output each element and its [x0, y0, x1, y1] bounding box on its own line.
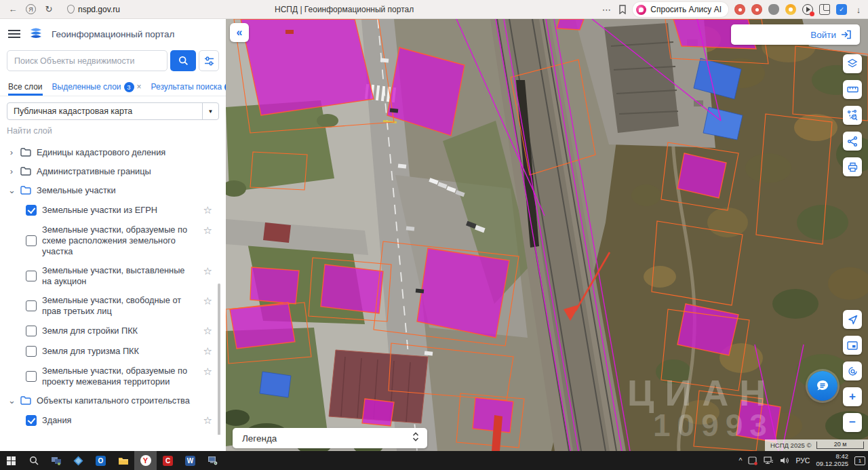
checkbox[interactable]	[26, 326, 37, 336]
tree-folder-land-parcels[interactable]: ⌄ Земельные участки	[0, 181, 216, 200]
start-button[interactable]	[0, 451, 22, 470]
checkbox-checked[interactable]	[26, 415, 37, 426]
checkbox[interactable]	[26, 235, 37, 246]
tab-search-results[interactable]: Результаты поиска 1 ×	[151, 78, 226, 96]
taskbar-word-app[interactable]: W	[179, 451, 201, 470]
tray-expand-icon[interactable]: ^	[738, 456, 742, 465]
clock[interactable]: 8:42 09.12.2025	[816, 453, 848, 468]
notification-center-icon[interactable]: 1	[854, 456, 865, 465]
chevron-down-icon[interactable]: ⌄	[8, 395, 15, 406]
tree-folder-admin-borders[interactable]: › Административные границы	[0, 162, 216, 181]
chevron-right-icon[interactable]: ›	[8, 166, 15, 176]
extension-protect-icon[interactable]	[836, 4, 847, 15]
taskbar-installer-app[interactable]	[201, 451, 224, 470]
login-button[interactable]: Войти	[731, 24, 860, 45]
browser-more-icon[interactable]: ⋯	[600, 5, 612, 15]
collapse-icon: «	[237, 26, 243, 39]
taskbar-red-app[interactable]: C	[157, 451, 179, 470]
extension-adblock2-icon[interactable]	[751, 4, 762, 15]
search-button[interactable]	[170, 50, 196, 71]
taskbar-yandex-browser-app[interactable]: Y	[134, 451, 157, 470]
menu-icon[interactable]	[8, 30, 20, 38]
layer-parcels-surveying[interactable]: Земельные участки, образуемые по проекту…	[0, 361, 216, 391]
downloads-icon[interactable]: ↓	[853, 4, 864, 15]
area-search-button[interactable]	[843, 106, 862, 125]
star-icon[interactable]: ☆	[203, 265, 214, 277]
layer-search-input[interactable]	[7, 123, 219, 139]
taskbar-rdp-app[interactable]	[45, 451, 67, 470]
star-icon[interactable]: ☆	[203, 414, 214, 427]
geolocation-button[interactable]	[843, 310, 862, 329]
tree-scrollbar[interactable]	[218, 283, 220, 435]
address-bar[interactable]: nspd.gov.ru	[67, 5, 120, 14]
print-button[interactable]	[843, 157, 862, 176]
extension-orange-icon[interactable]	[785, 4, 796, 15]
layer-parcels-free[interactable]: Земельные участки, свободные от прав тре…	[0, 291, 216, 321]
checkbox[interactable]	[26, 371, 37, 382]
zoom-out-button[interactable]: −	[843, 413, 862, 432]
map-canvas[interactable]: « Войти + − ЦИАН 10993 Легенда НСПД 2025…	[226, 19, 868, 451]
checkbox[interactable]	[26, 271, 37, 281]
support-chat-button[interactable]	[808, 371, 837, 401]
checkbox-checked[interactable]	[26, 205, 37, 216]
map-select[interactable]: Публичная кадастровая карта ▼	[7, 102, 219, 120]
browser-back-icon[interactable]: ←	[7, 4, 19, 14]
share-button[interactable]	[843, 132, 862, 151]
layer-label: Единицы кадастрового деления	[37, 147, 165, 158]
star-icon[interactable]: ☆	[203, 204, 214, 216]
layer-land-tourism[interactable]: Земля для туризма ПКК ☆	[0, 341, 216, 361]
tray-app-icon[interactable]	[748, 456, 757, 465]
filter-button[interactable]	[199, 50, 219, 71]
chevron-down-icon[interactable]: ⌄	[8, 185, 15, 195]
tree-folder-cadastral-units[interactable]: › Единицы кадастрового деления	[0, 143, 216, 162]
layer-parcels-by-scheme[interactable]: Земельные участки, образуемые по схеме р…	[0, 220, 216, 261]
layer-egrn-parcels[interactable]: Земельные участки из ЕГРН ☆	[0, 200, 216, 220]
bookmark-icon[interactable]	[618, 5, 627, 14]
coordinate-search-button[interactable]	[843, 361, 862, 380]
extension-play-icon[interactable]	[802, 4, 813, 15]
browser-reload-icon[interactable]: ↻	[43, 4, 55, 14]
alice-ai-button[interactable]: Спросить Алису AI	[633, 2, 728, 17]
share-icon	[848, 136, 857, 146]
folder-icon	[20, 148, 31, 157]
scrollbar-thumb[interactable]	[218, 283, 220, 435]
star-icon[interactable]: ☆	[203, 345, 214, 357]
taskbar-outlook-app[interactable]: O	[90, 451, 112, 470]
tab-selected-layers[interactable]: Выделенные слои 3 ×	[52, 78, 142, 96]
layer-label: Земельные участки	[37, 185, 116, 196]
legend-panel[interactable]: Легенда	[233, 428, 427, 448]
star-icon[interactable]: ☆	[203, 295, 214, 307]
taskbar-explorer-app[interactable]	[112, 451, 134, 470]
extension-tabs-icon[interactable]	[819, 4, 830, 15]
tree-folder-capital-construction[interactable]: ⌄ Объекты капитального строительства	[0, 391, 216, 410]
layer-structures[interactable]: Сооружения ☆	[0, 431, 216, 435]
realestate-search-input[interactable]	[7, 50, 167, 71]
star-icon[interactable]: ☆	[203, 325, 214, 337]
layer-parcels-auction[interactable]: Земельные участки, выставленные на аукци…	[0, 261, 216, 291]
chevron-right-icon[interactable]: ›	[8, 147, 15, 157]
extension-mask-icon[interactable]	[768, 4, 779, 15]
url-text: nspd.gov.ru	[78, 5, 120, 14]
sidebar-collapse-button[interactable]: «	[230, 23, 249, 42]
network-icon[interactable]	[764, 456, 774, 465]
browser-profile-icon[interactable]: Я	[26, 4, 36, 14]
layer-land-construction[interactable]: Земля для стройки ПКК ☆	[0, 321, 216, 341]
taskbar-crypto-app[interactable]	[67, 451, 90, 470]
close-icon[interactable]: ×	[137, 82, 142, 92]
star-icon[interactable]: ☆	[203, 224, 214, 237]
tab-all-layers[interactable]: Все слои	[8, 78, 43, 96]
tab-label: Результаты поиска	[151, 82, 222, 92]
zoom-in-button[interactable]: +	[843, 387, 862, 406]
layer-buildings[interactable]: Здания ☆	[0, 410, 216, 431]
app-title: Геоинформационный портал	[52, 29, 174, 39]
checkbox[interactable]	[26, 346, 37, 357]
measure-button[interactable]	[843, 80, 862, 99]
extension-adblock-icon[interactable]	[734, 4, 745, 15]
checkbox[interactable]	[26, 300, 37, 311]
language-indicator[interactable]: РУС	[795, 456, 810, 465]
star-icon[interactable]: ☆	[203, 366, 214, 378]
minimap-button[interactable]	[843, 336, 862, 355]
volume-icon[interactable]	[780, 456, 789, 465]
taskbar-search-button[interactable]	[22, 451, 45, 470]
layers-button[interactable]	[843, 54, 862, 73]
